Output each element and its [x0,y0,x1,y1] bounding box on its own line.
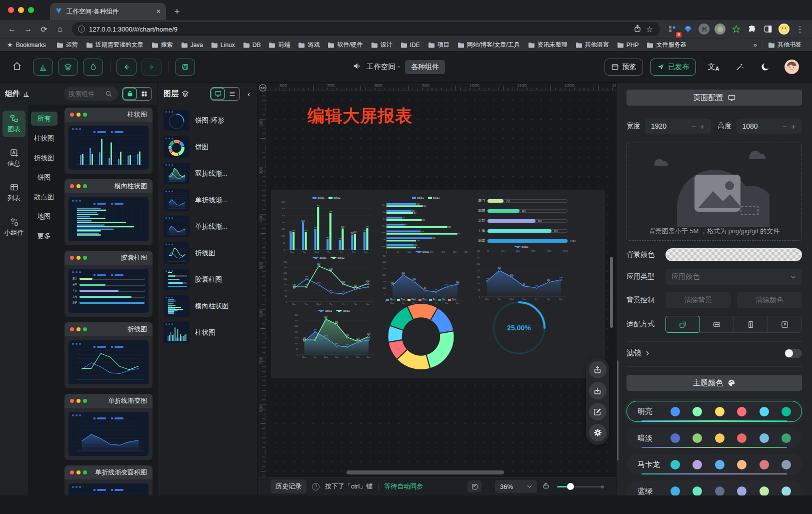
theme-color-dot[interactable] [670,407,680,416]
category-item[interactable]: 所有 [31,112,58,126]
theme-color-dot[interactable] [760,407,769,416]
progress-ring-chart[interactable]: 25.00% [484,296,554,359]
sidebar-tab-4[interactable]: 小组件 [2,214,26,241]
theme-color-dot[interactable] [782,460,791,469]
component-card[interactable]: 折线图 [64,322,152,388]
forward-icon[interactable]: → [21,22,35,36]
redo-button[interactable] [142,59,162,76]
publish-button[interactable]: 已发布 [650,59,696,76]
width-plus-button[interactable]: + [698,122,706,131]
theme-color-dot[interactable] [782,433,791,443]
profile-avatar[interactable] [777,22,791,36]
undo-button[interactable] [116,59,136,76]
theme-color-dot[interactable] [692,486,702,496]
app-type-select[interactable]: 应用颜色 [666,269,802,285]
layer-item[interactable]: 折线图 [164,242,251,264]
components-toggle-button[interactable] [33,59,53,76]
search-input[interactable] [68,90,104,98]
theme-row-暗淡[interactable]: 暗淡 [626,427,802,448]
theme-color-dot[interactable] [692,460,702,469]
canvas-vertical-scrollbar[interactable] [610,257,613,328]
theme-color-dot[interactable] [670,460,680,469]
width-minus-button[interactable]: − [690,122,698,131]
dual-line-area-chart[interactable]: data1data2050100150200250300350MonTueWed… [292,309,376,360]
theme-color-dot[interactable] [782,486,791,496]
cmd-extension-icon[interactable]: ⌘ [697,22,711,36]
bookmark-folder[interactable]: 搜索 [148,39,176,51]
sidebar-tab-2[interactable]: 信息 [2,145,26,172]
height-minus-button[interactable]: − [780,122,789,131]
bookmark-folder[interactable]: PHP [614,40,642,50]
bookmarks-star-icon[interactable]: ★ [7,41,13,49]
theme-color-dot[interactable] [737,407,746,416]
bookmark-folder[interactable]: 运营 [53,39,82,51]
edit-icon[interactable] [589,403,606,420]
site-info-icon[interactable]: i [78,26,85,33]
theme-color-dot[interactable] [715,433,724,443]
width-value[interactable]: 1920 [651,122,690,130]
height-plus-button[interactable]: + [789,122,798,131]
bookmark-folder[interactable]: 其他语言 [572,39,612,51]
component-card[interactable]: 单折线渐变面积图 [64,465,152,495]
component-card[interactable]: 单折线渐变图 [64,394,152,460]
component-card[interactable]: 柱状图 [64,108,152,174]
other-bookmarks-folder[interactable]: 其他书签 [764,39,805,51]
new-tab-button[interactable]: + [170,5,184,19]
bookmarks-overflow-icon[interactable]: » [750,41,760,49]
reload-icon[interactable]: ⟳ [37,22,51,36]
extension-icon[interactable]: 9 [665,22,679,36]
fit-width-button[interactable] [700,316,734,333]
bookmark-star-icon[interactable]: ☆ [645,22,654,36]
design-canvas[interactable]: 6007008009001000110012001300 20030040050… [258,83,616,477]
bookmark-folder[interactable]: 网站/博客/文章/工具 [454,39,524,51]
category-item[interactable]: 更多 [38,232,51,241]
fit-height-button[interactable] [734,316,768,333]
theme-color-dot[interactable] [692,407,702,416]
category-item[interactable]: 散点图 [34,193,54,202]
share-icon[interactable] [634,25,641,34]
layer-item[interactable]: 饼图-环形 [164,110,251,131]
pie-donut-chart[interactable]: MonTueWedThuFriSatSun [370,298,472,372]
theme-color-dot[interactable] [782,407,791,416]
bookmark-folder[interactable]: Linux [208,40,238,50]
theme-color-dot[interactable] [760,486,769,496]
theme-color-header[interactable]: 主题颜色 [626,375,802,391]
theme-color-dot[interactable] [760,460,769,469]
zoom-slider-knob[interactable] [567,483,574,490]
home-icon[interactable]: ⌂ [53,22,67,36]
sidebar-tab-3[interactable]: 列表 [2,180,26,206]
bookmark-folder[interactable]: 资讯未整理 [524,39,571,51]
layer-item[interactable]: 单折线渐... [164,189,251,211]
theme-color-dot[interactable] [670,486,680,496]
layer-item[interactable]: 饼图 [164,136,251,158]
horizontal-bar-chart[interactable]: data1data2050100150200250300350Sun130160… [380,196,472,255]
dark-mode-moon-icon[interactable] [757,59,774,76]
export-icon[interactable] [589,361,606,378]
bookmark-folder[interactable]: Java [178,40,206,50]
category-item[interactable]: 柱状图 [34,134,54,143]
bookmark-folder[interactable]: DB [240,40,264,50]
height-value[interactable]: 1080 [742,122,781,130]
import-icon[interactable] [589,382,606,399]
clear-color-button[interactable]: 清除颜色 [737,292,802,308]
dashboard-group[interactable]: data1data2050100150200250300350MonTueWed… [271,190,605,378]
settings-gear-icon[interactable] [589,424,606,441]
thumbnail-view-icon[interactable] [210,88,225,100]
search-components-box[interactable] [64,87,118,101]
layers-toggle-button[interactable] [58,59,78,76]
theme-color-dot[interactable] [737,433,746,443]
width-stepper[interactable]: 1920 − + [645,119,711,134]
bookmarks-label[interactable]: Bookmarks [16,42,46,49]
browser-tab[interactable]: 工作空间-各种组件 ✕ [50,3,166,20]
category-item[interactable]: 饼图 [38,173,51,182]
list-view-icon[interactable] [225,88,240,100]
theme-color-dot[interactable] [692,433,702,443]
bookmark-folder[interactable]: 文件服务器 [643,39,690,51]
theme-row-明亮[interactable]: 明亮 [626,401,802,422]
config-toggle-button[interactable] [83,59,103,76]
theme-color-dot[interactable] [715,460,724,469]
fit-scale-button[interactable] [666,316,700,333]
tab-close-icon[interactable]: ✕ [156,8,161,15]
theme-row-蓝绿[interactable]: 蓝绿 [626,480,802,495]
filter-toggle[interactable] [784,349,802,358]
